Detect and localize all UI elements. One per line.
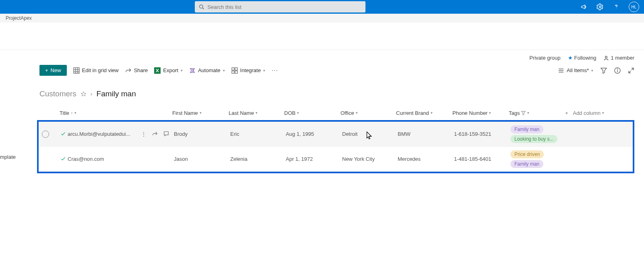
- select-circle[interactable]: [42, 131, 49, 138]
- automate-button[interactable]: Automate ▾: [189, 67, 225, 74]
- column-headers: Title↑▾ First Name▾ Last Name▾ DOB▾ Offi…: [0, 106, 644, 120]
- col-phone[interactable]: Phone Number▾: [452, 110, 509, 116]
- cell-first-name: Brody: [174, 131, 230, 137]
- chevron-down-icon: ▾: [263, 69, 265, 73]
- help-icon[interactable]: [613, 3, 620, 10]
- svg-rect-6: [74, 68, 79, 73]
- chevron-down-icon: ▾: [223, 69, 225, 73]
- cell-last-name: Eric: [230, 131, 286, 137]
- col-title[interactable]: Title↑▾: [60, 110, 172, 116]
- grid-icon: [73, 67, 80, 74]
- edit-grid-button[interactable]: Edit in grid view: [73, 67, 119, 74]
- cell-first-name: Jason: [174, 156, 230, 162]
- chevron-down-icon: ▾: [431, 111, 433, 115]
- new-label: New: [51, 67, 61, 73]
- table-row[interactable]: arcu.Morbi@vulputatedui... ⋮ Brody Eric …: [39, 122, 633, 147]
- more-button[interactable]: ···: [272, 67, 278, 74]
- svg-line-1: [202, 8, 204, 9]
- svg-rect-13: [235, 68, 237, 70]
- chevron-right-icon: ›: [91, 91, 93, 97]
- breadcrumb-current: Family man: [97, 89, 136, 98]
- site-breadcrumb: ProjectApex: [0, 14, 644, 23]
- header-actions: HL: [580, 2, 639, 12]
- plus-icon: +: [45, 67, 48, 73]
- link-badge-icon: [61, 132, 65, 136]
- col-first-name[interactable]: First Name▾: [172, 110, 229, 116]
- svg-rect-14: [232, 71, 234, 73]
- search-box[interactable]: [195, 1, 365, 12]
- command-bar: + New Edit in grid view Share Export ▾ A…: [0, 61, 644, 80]
- cell-phone: 1-481-185-6401: [454, 156, 510, 162]
- cell-office: New York City: [342, 156, 398, 162]
- tag-pill[interactable]: Looking to buy s...: [510, 135, 557, 143]
- user-avatar[interactable]: HL: [629, 2, 639, 12]
- title-text[interactable]: Cras@non.com: [68, 156, 104, 162]
- tag-pill[interactable]: Family man: [510, 125, 543, 133]
- cell-tags: Family manLooking to buy s...: [510, 125, 567, 144]
- info-icon[interactable]: [614, 67, 621, 74]
- excel-icon: [154, 67, 161, 74]
- export-button[interactable]: Export ▾: [154, 67, 183, 74]
- list-icon: [558, 67, 564, 74]
- comment-icon[interactable]: [163, 131, 169, 137]
- cell-office: Detroit: [342, 131, 398, 137]
- expand-icon[interactable]: [628, 67, 634, 74]
- site-name[interactable]: ProjectApex: [6, 15, 32, 21]
- chevron-down-icon: ▾: [297, 111, 299, 115]
- star-icon: ★: [568, 55, 573, 61]
- cell-dob: Apr 1, 1972: [286, 156, 342, 162]
- svg-point-0: [200, 5, 203, 8]
- filter-icon[interactable]: [601, 67, 607, 74]
- share-button[interactable]: Share: [125, 67, 148, 74]
- col-tags[interactable]: Tags▾: [509, 110, 565, 116]
- integrate-icon: [231, 67, 238, 74]
- table-row[interactable]: Cras@non.com Jason Zelenia Apr 1, 1972 N…: [39, 147, 633, 172]
- suite-header: HL: [0, 0, 644, 14]
- follow-button[interactable]: ★ Following: [568, 55, 597, 61]
- chevron-down-icon: ▾: [591, 69, 593, 73]
- chevron-down-icon: ▾: [200, 111, 202, 115]
- export-label: Export: [163, 67, 178, 73]
- breadcrumb-parent[interactable]: Customers: [39, 89, 76, 98]
- svg-point-2: [599, 6, 601, 8]
- person-icon: [603, 55, 609, 61]
- follow-label: Following: [574, 55, 597, 61]
- flow-icon: [189, 67, 196, 74]
- new-button[interactable]: + New: [39, 65, 67, 76]
- site-header-spacer: [0, 23, 644, 50]
- chevron-down-icon: ▾: [256, 111, 258, 115]
- favorite-icon[interactable]: [80, 91, 87, 97]
- search-input[interactable]: [207, 4, 361, 10]
- tag-pill[interactable]: Family man: [510, 160, 543, 168]
- add-column-button[interactable]: + Add column▾: [565, 110, 613, 116]
- integrate-label: Integrate: [240, 67, 261, 73]
- group-info: Private group ★ Following 1 member: [0, 50, 644, 61]
- list-breadcrumb: Customers › Family man: [0, 80, 644, 106]
- title-text[interactable]: arcu.Morbi@vulputatedui...: [68, 131, 130, 137]
- share-icon: [125, 67, 132, 74]
- cell-brand: Mercedes: [398, 156, 454, 162]
- tag-pill[interactable]: Price driven: [510, 150, 544, 158]
- col-brand[interactable]: Current Brand▾: [396, 110, 452, 116]
- integrate-button[interactable]: Integrate ▾: [231, 67, 265, 74]
- chevron-down-icon: ▾: [489, 111, 491, 115]
- col-office[interactable]: Office▾: [341, 110, 396, 116]
- svg-rect-12: [232, 68, 234, 70]
- share-label: Share: [134, 67, 148, 73]
- plus-icon: +: [565, 110, 568, 116]
- privacy-label: Private group: [529, 55, 560, 61]
- sort-asc-icon: ↑: [71, 111, 73, 115]
- sidebar-cutoff-label: mplate: [0, 154, 16, 160]
- col-last-name[interactable]: Last Name▾: [229, 110, 284, 116]
- settings-icon[interactable]: [597, 3, 604, 10]
- share-icon[interactable]: [152, 131, 158, 137]
- filtered-items-highlight: arcu.Morbi@vulputatedui... ⋮ Brody Eric …: [37, 120, 634, 173]
- megaphone-icon[interactable]: [580, 3, 588, 10]
- chevron-down-icon: ▾: [356, 111, 358, 115]
- chevron-down-icon: ▾: [74, 111, 76, 115]
- col-dob[interactable]: DOB▾: [284, 110, 341, 116]
- members-button[interactable]: 1 member: [603, 55, 634, 61]
- more-icon[interactable]: ⋮: [141, 131, 147, 137]
- cell-last-name: Zelenia: [230, 156, 286, 162]
- view-selector[interactable]: All Items* ▾: [558, 67, 593, 74]
